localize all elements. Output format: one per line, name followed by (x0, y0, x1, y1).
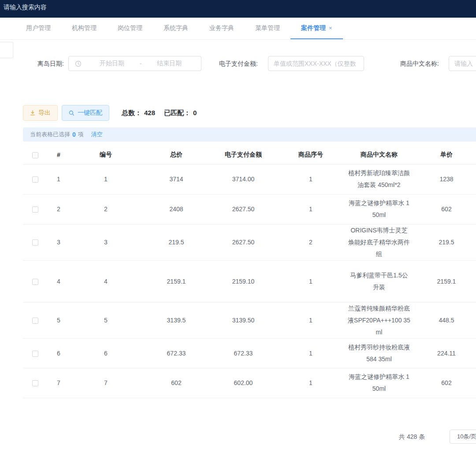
cell-unit-price: 219.5 (413, 224, 476, 260)
date-range-picker[interactable]: 开始日期 - 结束日期 (68, 56, 201, 71)
cell-total-price: 3714 (142, 164, 211, 194)
top-search-bar[interactable]: 请输入搜索内容 (0, 0, 476, 18)
cell-total-price: 1934.47 (142, 398, 211, 399)
table-row[interactable]: 7 7 602 602.00 1 海蓝之谜修护精萃水 150ml 602 (23, 368, 476, 398)
cell-product-name: 马爹利蓝带干邑1.5公升装 (346, 260, 413, 302)
select-all-checkbox[interactable] (32, 152, 38, 158)
cell-index: 1 (48, 164, 70, 194)
table-row[interactable]: 2 2 2408 2627.50 1 海蓝之谜修护精萃水 150ml 602 (23, 194, 476, 224)
tab-item[interactable]: 机构管理 × (61, 18, 107, 39)
col-header-index: # (48, 146, 70, 164)
row-checkbox[interactable] (32, 318, 38, 324)
cell-unit-price: 1238 (413, 164, 476, 194)
cell-total-price: 3139.5 (142, 302, 211, 338)
cell-unit-price: 479.44 (413, 398, 476, 399)
table-row[interactable]: 6 6 672.33 672.33 1 植村秀羽纱持妆粉底液 584 35ml … (23, 338, 476, 368)
col-header-total: 总价 (142, 146, 211, 164)
filter-row: 离岛日期: 开始日期 - 结束日期 电子支付金额: 商品中文名称: (0, 56, 476, 72)
start-date-placeholder[interactable]: 开始日期 (88, 60, 136, 67)
col-header-seq: 商品序号 (276, 146, 346, 164)
cell-code: 7 (70, 368, 142, 398)
cell-code: 8 (70, 398, 142, 399)
case-table: # 编号 总价 电子支付金额 商品序号 商品中文名称 单价 1 1 3714 3… (23, 146, 476, 399)
table-row[interactable]: 1 1 3714 3714.00 1 植村秀新琥珀臻萃洁颜油套装 450ml*2… (23, 164, 476, 194)
cell-epay-amount: 2159.10 (211, 260, 276, 302)
select-all-cell (23, 146, 48, 164)
date-range-separator: - (136, 60, 145, 67)
clock-icon (75, 60, 82, 67)
match-stats: 总数：428 已匹配：0 (122, 109, 197, 117)
cell-product-seq: 1 (276, 398, 346, 399)
tab-item[interactable]: 菜单管理 × (245, 18, 290, 39)
cell-total-price: 219.5 (142, 224, 211, 260)
cell-epay-amount: 2627.50 (211, 224, 276, 260)
cell-epay-amount: 602.00 (211, 368, 276, 398)
product-name-filter-label: 商品中文名称: (400, 60, 439, 68)
col-header-epay: 电子支付金额 (211, 146, 276, 164)
cell-index: 3 (48, 224, 70, 260)
tab-strip: 用户管理 × 机构管理 × 岗位管理 × 系统字典 × 业务字典 × 菜单管理 … (0, 18, 476, 40)
selection-suffix: 项 (78, 131, 84, 138)
col-header-unit-price: 单价 (413, 146, 476, 164)
cell-product-seq: 1 (276, 368, 346, 398)
cell-code: 6 (70, 338, 142, 368)
cell-unit-price: 2159.1 (413, 260, 476, 302)
cell-product-seq: 1 (276, 302, 346, 338)
cell-total-price: 2159.1 (142, 260, 211, 302)
table-row[interactable]: 3 3 219.5 2627.50 2 ORIGINS韦博士灵芝焕能好底子精华水… (23, 224, 476, 260)
export-button[interactable]: 导出 (23, 105, 58, 121)
row-checkbox[interactable] (32, 176, 38, 183)
cell-product-seq: 2 (276, 224, 346, 260)
row-checkbox[interactable] (32, 380, 38, 386)
cell-epay-amount: 3139.50 (211, 302, 276, 338)
cell-index: 6 (48, 338, 70, 368)
cell-total-price: 602 (142, 368, 211, 398)
cell-index: 4 (48, 260, 70, 302)
cell-epay-amount: 672.33 (211, 338, 276, 368)
cell-code: 3 (70, 224, 142, 260)
tab-item[interactable]: 业务字典 × (199, 18, 245, 39)
cell-product-name: 植村秀羽纱持妆粉底液 584 35ml (346, 338, 413, 368)
cell-product-seq: 1 (276, 260, 346, 302)
close-tab-icon[interactable]: × (329, 25, 332, 31)
product-name-input[interactable] (449, 56, 476, 71)
cell-product-seq: 1 (276, 164, 346, 194)
cell-product-seq: 1 (276, 338, 346, 368)
cell-epay-amount: 1934.47 (211, 398, 276, 399)
amount-filter-label: 电子支付金额: (219, 60, 258, 68)
col-header-name: 商品中文名称 (346, 146, 413, 164)
tab-item[interactable]: 系统字典 × (153, 18, 199, 39)
cell-unit-price: 224.11 (413, 338, 476, 368)
cell-code: 5 (70, 302, 142, 338)
row-checkbox[interactable] (32, 239, 38, 246)
date-filter-label: 离岛日期: (37, 60, 64, 68)
row-checkbox[interactable] (32, 279, 38, 285)
cell-total-price: 672.33 (142, 338, 211, 368)
one-click-match-button[interactable]: 一键匹配 (62, 105, 109, 121)
end-date-placeholder[interactable]: 结束日期 (145, 60, 193, 67)
table-row[interactable]: 4 4 2159.1 2159.10 1 马爹利蓝带干邑1.5公升装 2159.… (23, 260, 476, 302)
cell-product-name: 卡诗菁纯亮泽经典香氛 (346, 398, 413, 399)
tab-item[interactable]: 案件管理 × (290, 18, 343, 39)
cell-epay-amount: 3714.00 (211, 164, 276, 194)
cell-unit-price: 448.5 (413, 302, 476, 338)
global-search-placeholder[interactable]: 请输入搜索内容 (4, 4, 47, 11)
table-row[interactable]: 8 8 1934.47 1934.47 1 卡诗菁纯亮泽经典香氛 479.44 (23, 398, 476, 399)
cell-product-seq: 1 (276, 194, 346, 224)
pagination-total: 共 428 条 (399, 433, 425, 441)
cell-total-price: 2408 (142, 194, 211, 224)
download-icon (30, 110, 35, 116)
row-checkbox[interactable] (32, 206, 38, 213)
amount-input[interactable] (268, 56, 364, 71)
cell-unit-price: 602 (413, 368, 476, 398)
clear-selection-link[interactable]: 清空 (91, 131, 103, 138)
tab-item[interactable]: 岗位管理 × (107, 18, 153, 39)
search-icon (69, 110, 74, 116)
table-row[interactable]: 5 5 3139.5 3139.50 1 兰蔻菁纯臻颜精华粉底液SPF20PA+… (23, 302, 476, 338)
cell-code: 1 (70, 164, 142, 194)
cell-product-name: 海蓝之谜修护精萃水 150ml (346, 368, 413, 398)
row-checkbox[interactable] (32, 351, 38, 357)
page-size-select[interactable]: 10条/页 (450, 430, 476, 444)
tab-item[interactable]: 用户管理 × (15, 18, 61, 39)
table-header-row: # 编号 总价 电子支付金额 商品序号 商品中文名称 单价 (23, 146, 476, 164)
